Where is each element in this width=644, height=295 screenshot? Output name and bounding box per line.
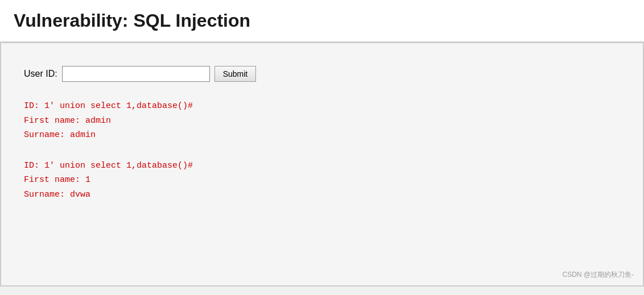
user-id-label: User ID:: [24, 69, 57, 79]
user-id-input[interactable]: [62, 66, 210, 82]
submit-button[interactable]: Submit: [214, 66, 257, 82]
content-area: User ID: Submit ID: 1' union select 1,da…: [0, 42, 644, 286]
result-block-2: ID: 1' union select 1,database()# First …: [24, 159, 620, 202]
result-2-surname: Surname: dvwa: [24, 188, 620, 202]
result-2-firstname: First name: 1: [24, 173, 620, 188]
result-1-surname: Surname: admin: [24, 128, 620, 143]
result-1-firstname: First name: admin: [24, 114, 620, 128]
form-row: User ID: Submit: [24, 66, 620, 82]
result-2-id: ID: 1' union select 1,database()#: [24, 159, 620, 173]
page-title: Vulnerability: SQL Injection: [0, 0, 644, 42]
watermark: CSDN @过期的秋刀鱼-: [562, 270, 634, 280]
result-block-1: ID: 1' union select 1,database()# First …: [24, 99, 620, 143]
result-1-id: ID: 1' union select 1,database()#: [24, 99, 620, 114]
